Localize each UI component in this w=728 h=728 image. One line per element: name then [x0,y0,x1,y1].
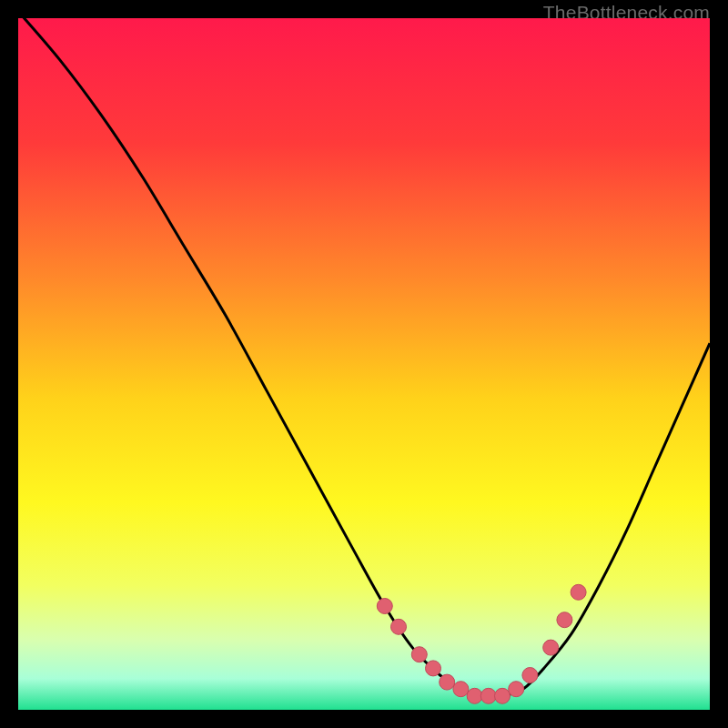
marker-point [495,688,511,703]
marker-point [453,682,469,697]
marker-point [467,688,482,703]
marker-point [557,612,572,628]
marker-point [480,688,496,703]
gradient-background [18,18,710,710]
marker-point [509,682,524,697]
marker-point [411,647,427,662]
bottleneck-chart [18,18,710,710]
marker-point [440,674,455,690]
marker-point [522,668,538,683]
marker-point [543,640,559,655]
marker-point [426,661,441,676]
marker-point [571,584,586,600]
marker-point [391,619,407,634]
marker-point [377,599,392,614]
chart-frame [18,18,710,710]
